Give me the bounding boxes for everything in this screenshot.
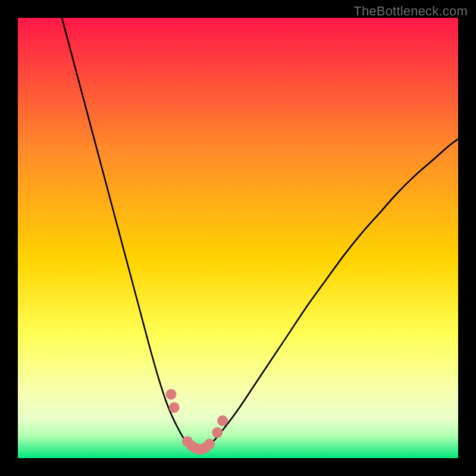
outer-frame: TheBottleneck.com [0, 0, 476, 476]
chart-svg [18, 18, 458, 458]
marker-point [204, 439, 215, 449]
marker-point [212, 427, 223, 438]
marker-point [169, 402, 180, 413]
plot-area [18, 18, 458, 458]
marker-point [166, 389, 177, 400]
marker-point [217, 415, 228, 426]
watermark-text: TheBottleneck.com [353, 4, 468, 19]
chart-background [18, 18, 458, 458]
